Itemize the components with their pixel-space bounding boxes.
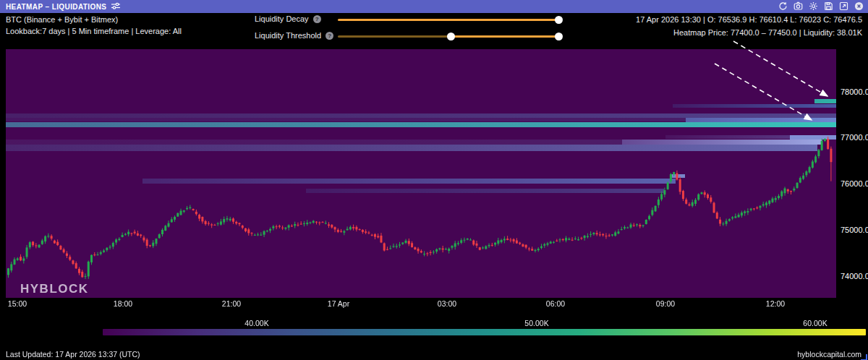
screenshot-icon[interactable] xyxy=(793,1,803,11)
threshold-slider-handle-low[interactable] xyxy=(447,33,455,40)
x-axis-label: 18:00 xyxy=(114,299,132,308)
x-axis-label: 09:00 xyxy=(656,299,675,308)
liquidity-threshold-control: Liquidity Threshold ? xyxy=(255,30,333,41)
page-title: HEATMAP – LIQUIDATIONS xyxy=(6,3,106,11)
threshold-info-icon[interactable]: ? xyxy=(326,32,333,40)
save-icon[interactable] xyxy=(824,1,833,11)
colorbar-label: 50.00K xyxy=(524,319,548,327)
liquidity-decay-control: Liquidity Decay ? xyxy=(255,13,321,25)
y-axis-label: 75000.0 xyxy=(841,226,868,234)
x-axis-label: 15:00 xyxy=(8,299,27,308)
settings-icon[interactable] xyxy=(809,1,818,11)
x-axis-label: 21:00 xyxy=(222,299,241,308)
title-bar: HEATMAP – LIQUIDATIONS xyxy=(0,0,868,13)
decay-slider-handle[interactable] xyxy=(555,16,563,24)
x-axis-label: 03:00 xyxy=(438,299,456,308)
liquidity-decay-slider[interactable] xyxy=(338,14,568,25)
y-axis-label: 76000.0 xyxy=(841,179,868,188)
corner-resize-mark xyxy=(861,354,867,360)
threshold-slider-handle-high[interactable] xyxy=(555,33,563,40)
expand-icon[interactable] xyxy=(839,1,848,11)
sliders-icon[interactable] xyxy=(111,0,121,13)
hyblock-watermark: HYBLOCK xyxy=(20,282,89,296)
titlebar-icon-group xyxy=(778,1,864,11)
liquidation-heatmap-chart[interactable] xyxy=(6,49,836,298)
liquidity-threshold-label: Liquidity Threshold xyxy=(255,31,321,40)
x-axis-label: 06:00 xyxy=(546,299,565,308)
x-axis-label: 17 Apr xyxy=(328,299,349,308)
lookback-settings-label: Lookback:7 days | 5 Min timeframe | Leve… xyxy=(6,27,182,35)
liquidity-threshold-slider[interactable] xyxy=(338,30,568,42)
app-window: HEATMAP – LIQUIDATIONS xyxy=(0,0,868,360)
y-axis-label: 78000.0 xyxy=(841,87,868,96)
liquidity-colorbar xyxy=(103,329,866,335)
close-icon[interactable] xyxy=(854,1,864,11)
refresh-icon[interactable] xyxy=(778,1,788,11)
colorbar-label: 40.00K xyxy=(244,319,268,327)
ohlc-readout: 17 Apr 2026 13:30 | O: 76536.9 H: 76610.… xyxy=(636,15,862,24)
heatmap-price-readout: Heatmap Price: 77400.0 – 77450.0 | Liqui… xyxy=(673,28,862,37)
liquidity-decay-label: Liquidity Decay xyxy=(255,14,309,23)
symbol-exchanges-label: BTC (Binance + Bybit + Bitmex) xyxy=(6,15,118,24)
decay-info-icon[interactable]: ? xyxy=(313,15,321,23)
y-axis-label: 77000.0 xyxy=(841,133,868,142)
site-link[interactable]: hyblockcapital.com xyxy=(797,350,861,359)
colorbar-label: 60.00K xyxy=(803,319,827,327)
last-updated-label: Last Updated: 17 Apr 2026 13:37 (UTC) xyxy=(6,350,140,359)
y-axis-label: 74000.0 xyxy=(841,272,868,280)
x-axis-label: 12:00 xyxy=(766,299,785,308)
